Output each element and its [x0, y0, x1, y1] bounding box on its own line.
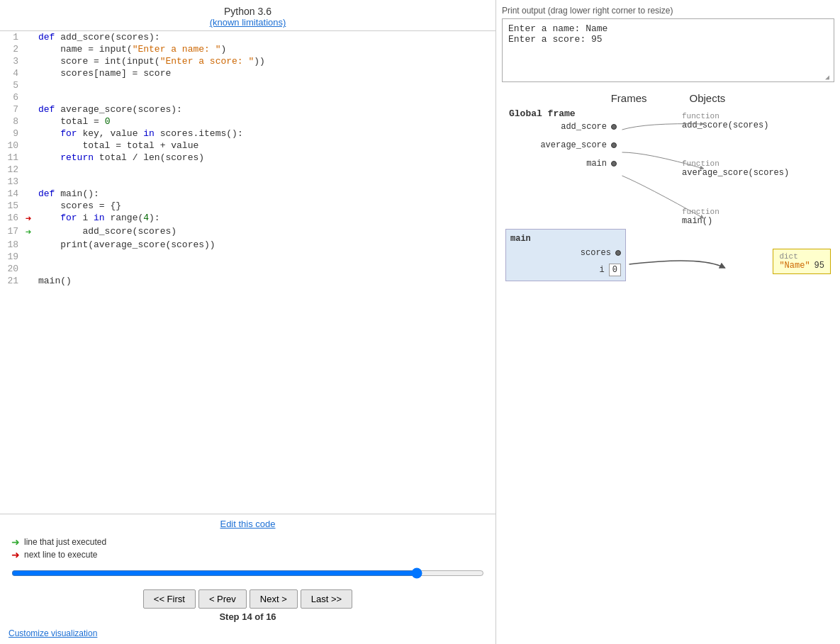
legend-green-arrow-icon: ➜ [11, 536, 20, 548]
objects-label: Objects [689, 92, 725, 104]
first-button[interactable]: << First [143, 589, 196, 609]
main-var-scores-name: scores [581, 248, 611, 258]
code-scroll-inner: 1 def add_score(scores): 2 name = input(… [0, 31, 495, 287]
code-line-8: 8 total = 0 [0, 115, 495, 128]
output-content: Enter a name: Name Enter a score: 95 [508, 23, 828, 45]
line-num-3: 3 [0, 55, 21, 67]
line-num-16: 16 [0, 212, 21, 225]
main-var-i: i 0 [600, 264, 621, 276]
main-frame-title: main [510, 234, 621, 244]
dict-value: 95 [814, 261, 824, 271]
dict-key: "Name" [779, 261, 810, 271]
global-var-add-score-dot [611, 124, 617, 130]
global-var-average-score: average_score [540, 140, 617, 150]
customize-link-row: Customize visualization [0, 625, 495, 644]
line-code-2: name = input("Enter a name: ") [35, 43, 495, 55]
line-arrow-8 [21, 115, 35, 128]
code-line-19: 19 [0, 251, 495, 263]
line-arrow-10 [21, 140, 35, 152]
code-table: 1 def add_score(scores): 2 name = input(… [0, 31, 495, 287]
left-panel: Python 3.6 (known limitations) 1 def add… [0, 0, 496, 644]
main-frame-box: main scores i 0 [505, 229, 626, 281]
code-line-10: 10 total = total + value [0, 140, 495, 152]
legend-red-label: next line to execute [24, 550, 97, 560]
line-code-20 [35, 263, 495, 275]
line-arrow-2 [21, 43, 35, 55]
line-code-13 [35, 176, 495, 188]
line-code-5 [35, 79, 495, 91]
global-var-main-dot [611, 161, 617, 166]
right-panel: Print output (drag lower right corner to… [496, 0, 840, 644]
slider-row [0, 565, 495, 584]
prev-button[interactable]: < Prev [198, 589, 247, 609]
code-header: Python 3.6 (known limitations) [0, 0, 495, 31]
line-code-6 [35, 91, 495, 103]
dict-type-label: dict [779, 252, 824, 261]
line-num-17: 17 [0, 225, 21, 239]
line-num-15: 15 [0, 200, 21, 212]
navigation-buttons: << First < Prev Next > Last >> [0, 584, 495, 611]
line-num-21: 21 [0, 275, 21, 287]
main-frame-vars: scores i 0 [510, 248, 621, 276]
line-code-14: def main(): [35, 188, 495, 200]
line-arrow-1 [21, 31, 35, 43]
output-box: Enter a name: Name Enter a score: 95 ◢ [502, 18, 834, 82]
main-var-scores-dot [615, 250, 621, 256]
line-num-14: 14 [0, 188, 21, 200]
line-arrow-6 [21, 91, 35, 103]
global-var-add-score: add_score [561, 122, 617, 132]
line-num-11: 11 [0, 152, 21, 164]
object-average-score-type: function [682, 159, 789, 168]
line-code-3: score = int(input("Enter a score: ")) [35, 55, 495, 67]
visualization-area: Global frame add_score average_score mai… [502, 108, 834, 638]
code-line-20: 20 [0, 263, 495, 275]
line-num-13: 13 [0, 176, 21, 188]
global-var-add-score-name: add_score [561, 122, 607, 132]
viz-container: Global frame add_score average_score mai… [502, 108, 834, 638]
object-add-score-value: add_score(scores) [682, 120, 768, 130]
line-arrow-9 [21, 128, 35, 140]
step-slider[interactable] [11, 567, 484, 579]
code-line-15: 15 scores = {} [0, 200, 495, 212]
object-add-score: function add_score(scores) [682, 112, 768, 130]
line-arrow-20 [21, 263, 35, 275]
step-info: Step 14 of 16 [0, 611, 495, 625]
python-version-title: Python 3.6 [0, 6, 495, 17]
code-line-9: 9 for key, value in scores.items(): [0, 128, 495, 140]
line-arrow-15 [21, 200, 35, 212]
global-var-average-score-dot [611, 142, 617, 148]
edit-code-link[interactable]: Edit this code [220, 519, 275, 529]
line-num-4: 4 [0, 67, 21, 79]
object-main: function main() [682, 208, 719, 226]
frames-objects-header: Frames Objects [502, 88, 834, 108]
code-line-4: 4 scores[name] = score [0, 67, 495, 79]
last-button[interactable]: Last >> [301, 589, 352, 609]
dict-row: "Name" 95 [779, 261, 824, 271]
line-num-1: 1 [0, 31, 21, 43]
line-code-19 [35, 251, 495, 263]
line-num-10: 10 [0, 140, 21, 152]
object-average-score: function average_score(scores) [682, 159, 789, 178]
code-area: 1 def add_score(scores): 2 name = input(… [0, 31, 495, 514]
line-arrow-3 [21, 55, 35, 67]
line-num-6: 6 [0, 91, 21, 103]
next-button[interactable]: Next > [250, 589, 298, 609]
line-arrow-7 [21, 103, 35, 115]
code-line-7: 7 def average_score(scores): [0, 103, 495, 115]
global-var-main-name: main [586, 159, 607, 169]
line-code-9: for key, value in scores.items(): [35, 128, 495, 140]
line-code-21: main() [35, 275, 495, 287]
line-code-17: add_score(scores) [35, 225, 495, 239]
line-num-7: 7 [0, 103, 21, 115]
line-arrow-5 [21, 79, 35, 91]
line-num-9: 9 [0, 128, 21, 140]
known-limitations-link[interactable]: (known limitations) [210, 17, 286, 28]
object-main-value: main() [682, 216, 719, 226]
object-main-type: function [682, 208, 719, 216]
global-var-average-score-name: average_score [540, 140, 607, 150]
resize-handle[interactable]: ◢ [825, 73, 832, 80]
line-num-20: 20 [0, 263, 21, 275]
line-code-7: def average_score(scores): [35, 103, 495, 115]
line-arrow-12 [21, 164, 35, 176]
customize-link[interactable]: Customize visualization [9, 628, 97, 638]
